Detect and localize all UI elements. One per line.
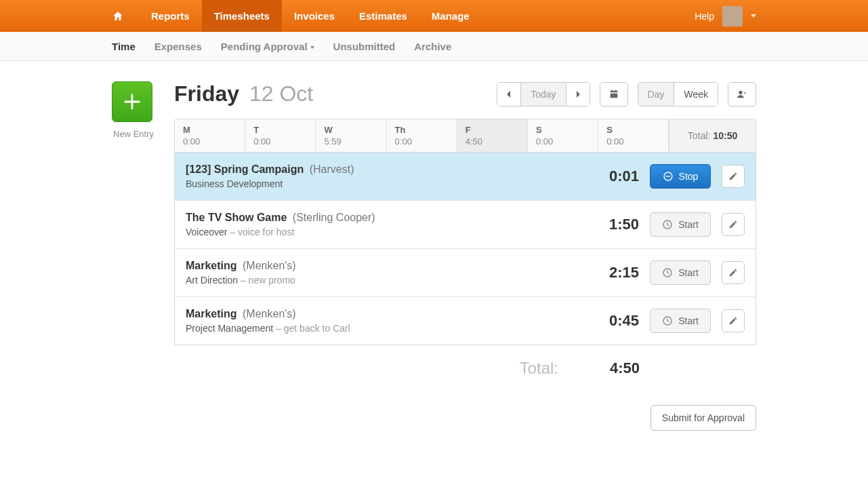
submit-for-approval-button[interactable]: Submit for Approval: [650, 405, 756, 431]
user-menu-caret-icon[interactable]: [751, 14, 756, 18]
entry-project: Marketing: [186, 260, 237, 271]
clock-icon: [662, 267, 673, 278]
weekday-cell[interactable]: M0:00: [175, 119, 245, 152]
edit-entry-button[interactable]: [722, 165, 745, 188]
entry-note: – get back to Carl: [276, 323, 350, 334]
nav-reports[interactable]: Reports: [139, 0, 202, 32]
entries-list: [123] Spring Campaign (Harvest)Business …: [174, 153, 756, 345]
entry-main: [123] Spring Campaign (Harvest)Business …: [186, 163, 574, 189]
weekday-cell[interactable]: F4:50: [457, 119, 528, 152]
entry-time: 2:15: [585, 264, 639, 281]
weekday-cell[interactable]: Th0:00: [387, 119, 457, 152]
start-timer-button[interactable]: Start: [650, 260, 711, 285]
new-entry-button[interactable]: [112, 81, 152, 122]
entry-main: The TV Show Game (Sterling Cooper)Voiceo…: [186, 212, 574, 237]
week-total: Total: 10:50: [669, 119, 756, 152]
pencil-icon: [728, 316, 738, 326]
time-entry-row: Marketing (Menken's)Project Management –…: [175, 297, 756, 345]
week-view-button[interactable]: Week: [674, 83, 718, 106]
weekday-abbrev: Th: [395, 125, 449, 135]
subnav-pending-approval[interactable]: Pending Approval: [221, 41, 314, 52]
entry-action-label: Start: [678, 219, 699, 230]
day-total-row: Total: 4:50: [174, 345, 756, 378]
weekday-hours: 0:00: [395, 136, 449, 147]
date-heading: Friday 12 Oct: [174, 81, 313, 106]
day-total-label: Total:: [185, 359, 585, 378]
svg-point-0: [739, 90, 742, 94]
pencil-icon: [728, 268, 738, 277]
calendar-button[interactable]: [600, 82, 628, 106]
view-toggle-group: Day Week: [638, 82, 718, 106]
subnav-unsubmitted[interactable]: Unsubmitted: [333, 41, 396, 52]
weekday-hours: 4:50: [466, 136, 519, 147]
entry-main: Marketing (Menken's)Art Direction – new …: [186, 260, 574, 286]
entry-action-label: Start: [678, 315, 699, 326]
entry-project: Marketing: [186, 308, 237, 319]
weekday-hours: 5:59: [324, 136, 377, 147]
today-button[interactable]: Today: [521, 83, 566, 106]
topbar: Reports Timesheets Invoices Estimates Ma…: [0, 0, 868, 32]
edit-entry-button[interactable]: [722, 213, 745, 236]
home-button[interactable]: [112, 0, 139, 32]
weekday-cell[interactable]: S0:00: [528, 119, 598, 152]
subnav-archive[interactable]: Archive: [414, 41, 451, 52]
entry-main: Marketing (Menken's)Project Management –…: [186, 308, 574, 334]
weekday-abbrev: T: [253, 125, 307, 135]
weekday-abbrev: S: [606, 125, 660, 135]
help-link[interactable]: Help: [695, 11, 714, 22]
weekday-hours: 0:00: [606, 136, 660, 147]
weekday-hours: 0:00: [253, 136, 307, 147]
day-view-button[interactable]: Day: [638, 83, 675, 106]
start-timer-button[interactable]: Start: [650, 309, 711, 333]
chevron-down-icon: [308, 41, 314, 52]
entry-time: 1:50: [585, 216, 639, 233]
stop-timer-button[interactable]: Stop: [650, 164, 711, 189]
plus-icon: [121, 90, 144, 113]
chevron-right-icon: [575, 90, 581, 98]
weekday-abbrev: F: [466, 125, 519, 135]
entry-project: The TV Show Game: [186, 212, 287, 223]
time-entry-row: The TV Show Game (Sterling Cooper)Voiceo…: [175, 201, 756, 249]
entry-client: (Harvest): [306, 163, 354, 175]
weekday-cell[interactable]: T0:00: [245, 119, 316, 152]
subnav-expenses[interactable]: Expenses: [154, 41, 202, 52]
weekday-cell[interactable]: S0:00: [598, 119, 669, 152]
teammates-button[interactable]: [728, 82, 756, 106]
entry-task: Business Development: [186, 178, 283, 189]
weekday-cell[interactable]: W5:59: [316, 119, 386, 152]
calendar-icon: [608, 89, 619, 100]
prev-day-button[interactable]: [497, 83, 521, 106]
date-day-name: Friday: [174, 81, 239, 106]
start-timer-button[interactable]: Start: [650, 212, 711, 237]
next-day-button[interactable]: [566, 83, 590, 106]
entry-client: (Sterling Cooper): [289, 212, 375, 223]
entry-task: Voiceover: [186, 227, 227, 237]
weekday-hours: 0:00: [183, 136, 236, 147]
weekday-hours: 0:00: [536, 136, 590, 147]
chevron-left-icon: [505, 90, 512, 98]
new-entry-label: New Entry: [112, 129, 155, 139]
edit-entry-button[interactable]: [722, 261, 745, 284]
nav-estimates[interactable]: Estimates: [347, 0, 419, 32]
subnav-time[interactable]: Time: [112, 41, 136, 52]
nav-invoices[interactable]: Invoices: [282, 0, 347, 32]
edit-entry-button[interactable]: [722, 309, 745, 332]
nav-manage[interactable]: Manage: [419, 0, 482, 32]
clock-icon: [662, 219, 673, 230]
entry-client: (Menken's): [240, 260, 296, 271]
pencil-icon: [728, 172, 738, 181]
entry-task: Project Management: [186, 323, 273, 334]
nav-timesheets[interactable]: Timesheets: [202, 0, 282, 32]
week-bar: M0:00T0:00W5:59Th0:00F4:50S0:00S0:00Tota…: [174, 119, 756, 153]
home-icon: [112, 10, 124, 22]
time-entry-row: Marketing (Menken's)Art Direction – new …: [175, 249, 756, 297]
date-nav-group: Today: [497, 82, 590, 106]
avatar[interactable]: [722, 6, 743, 26]
day-total-value: 4:50: [585, 359, 640, 377]
entry-time: 0:01: [585, 168, 639, 185]
entry-client: (Menken's): [240, 308, 296, 319]
entry-task: Art Direction: [186, 275, 238, 286]
clock-icon: [662, 315, 673, 326]
subnav: Time Expenses Pending Approval Unsubmitt…: [0, 32, 868, 61]
entry-project: [123] Spring Campaign: [186, 163, 304, 175]
